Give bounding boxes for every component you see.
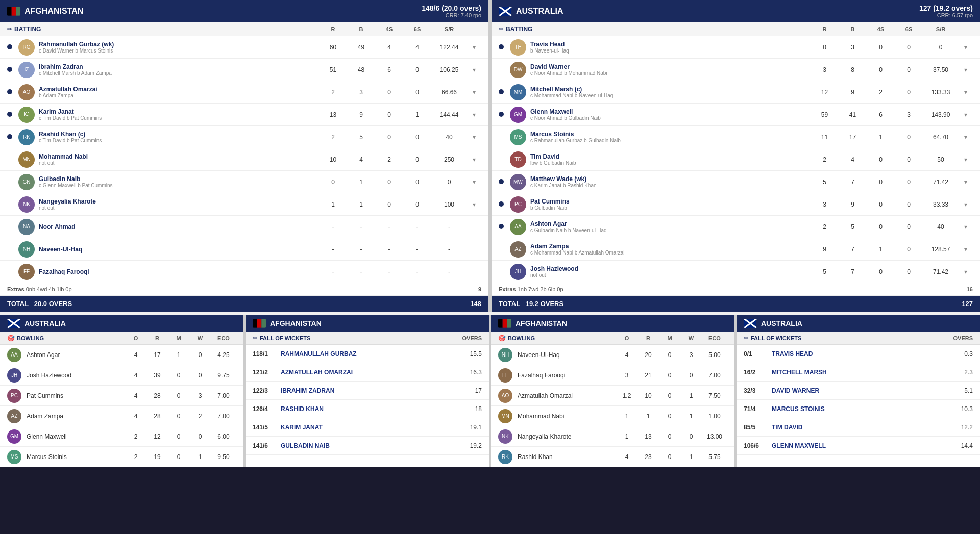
batting-row: AO Azmatullah Omarzai b Adam Zampa 2 3 0… — [0, 81, 488, 104]
svg-rect-14 — [507, 319, 511, 327]
fow-row: 121/2 AZMATULLAH OMARZAI 16.3 — [246, 363, 489, 382]
svg-rect-1 — [12, 7, 16, 15]
stat-r: 60 — [319, 44, 347, 51]
avatar: AA — [510, 219, 526, 235]
avatar: MS — [510, 129, 526, 145]
expand-btn[interactable]: ▾ — [467, 179, 481, 186]
expand-btn[interactable]: ▾ — [467, 156, 481, 163]
svg-rect-2 — [16, 7, 20, 15]
expand-btn[interactable]: ▾ — [467, 89, 481, 96]
expand-btn[interactable]: ▾ — [959, 246, 973, 253]
afg-bowling-panel: AFGHANISTAN 🎯 BOWLING O R M W ECO NH Nav… — [491, 315, 734, 467]
bowling-row: FF Fazalhaq Farooqi 3 21 0 0 7.00 — [491, 365, 734, 386]
avatar: MS — [7, 450, 21, 464]
col-6s-afg: 6S — [403, 26, 431, 32]
avatar: FF — [498, 368, 512, 383]
avatar: MM — [510, 84, 526, 100]
aus-fow-panel: AUSTRALIA ✏ FALL OF WICKETS OVERS 0/1 TR… — [737, 315, 980, 467]
player-dismissal: c Glenn Maxwell b Pat Cummins — [39, 183, 319, 188]
player-dismissal: lbw b Gulbadin Naib — [530, 160, 811, 166]
avatar: MN — [498, 409, 512, 423]
avatar: NA — [18, 219, 35, 235]
stat-6s: 4 — [403, 44, 431, 51]
australia-team-name: AUSTRALIA — [499, 7, 563, 16]
bowling-col-header: 🎯 BOWLING O R M W ECO — [0, 332, 243, 345]
player-name: Matthew Wade (wk) — [530, 175, 811, 183]
batting-row: GM Glenn Maxwell c Noor Ahmad b Gulbadin… — [492, 104, 980, 126]
expand-btn[interactable]: ▾ — [467, 134, 481, 141]
expand-btn[interactable]: ▾ — [959, 268, 973, 275]
batting-row: MS Marcus Stoinis c Rahmanullah Gurbaz b… — [492, 126, 980, 148]
player-name: Fazalhaq Farooqi — [39, 268, 319, 275]
player-name: Noor Ahmad — [39, 223, 319, 231]
batting-row: TH Travis Head b Naveen-ul-Haq 0 3 0 0 0… — [492, 36, 980, 59]
expand-btn[interactable]: ▾ — [467, 111, 481, 118]
afghanistan-flag — [7, 7, 20, 16]
fow-row: 126/4 RASHID KHAN 18 — [246, 400, 489, 418]
avatar: AZ — [510, 241, 526, 258]
fow-row: 32/3 DAVID WARNER 5.1 — [737, 382, 980, 400]
player-dismissal: c Gulbadin Naib b Naveen-ul-Haq — [530, 227, 811, 233]
aus-flag-fow — [744, 319, 757, 328]
batting-row: DW David Warner c Noor Ahmad b Mohammad … — [492, 59, 980, 81]
afghanistan-score: 148/6 (20.0 overs) CRR: 7.40 rpo — [422, 4, 481, 18]
player-dismissal: c Karim Janat b Rashid Khan — [530, 183, 811, 188]
player-name: Travis Head — [530, 41, 811, 48]
expand-btn[interactable]: ▾ — [959, 134, 973, 141]
afg-fow-header: AFGHANISTAN — [246, 315, 489, 332]
expand-btn[interactable]: ▾ — [959, 44, 973, 51]
bowling-row: NK Nangeyalia Kharote 1 13 0 0 13.00 — [491, 426, 734, 447]
avatar: AO — [18, 84, 35, 100]
bowling-row: MN Mohammad Nabi 1 1 0 1 1.00 — [491, 406, 734, 426]
avatar: AO — [498, 389, 512, 403]
svg-rect-9 — [253, 319, 257, 327]
player-name: Karim Janat — [39, 108, 319, 115]
player-info: Rahmanullah Gurbaz (wk) c David Warner b… — [39, 41, 319, 54]
expand-btn[interactable]: ▾ — [959, 111, 973, 118]
avatar: MW — [510, 174, 526, 190]
expand-btn[interactable]: ▾ — [467, 66, 481, 73]
player-name: Tim David — [530, 153, 811, 160]
fow-row: 85/5 TIM DAVID 12.2 — [737, 418, 980, 437]
batting-row: RK Rashid Khan (c) c Tim David b Pat Cum… — [0, 126, 488, 148]
stat-b: 49 — [347, 44, 375, 51]
expand-btn[interactable]: ▾ — [959, 179, 973, 186]
aus-fow-header: AUSTRALIA — [737, 315, 980, 332]
batting-row: RG Rahmanullah Gurbaz (wk) c David Warne… — [0, 36, 488, 59]
australia-score: 127 (19.2 overs) CRR: 6.57 rpo — [919, 4, 973, 18]
avatar: TD — [510, 151, 526, 168]
aus-bowling-panel: AUSTRALIA 🎯 BOWLING O R M W ECO AA Ashto… — [0, 315, 243, 467]
fow-row: 106/6 GLENN MAXWELL 14.4 — [737, 437, 980, 455]
player-name: Nangeyalia Kharote — [39, 198, 319, 205]
player-name: Mitchell Marsh (c) — [530, 86, 811, 93]
expand-btn[interactable]: ▾ — [959, 223, 973, 231]
avatar: NK — [498, 429, 512, 444]
player-name: Rahmanullah Gurbaz (wk) — [39, 41, 319, 48]
fow-row: 0/1 TRAVIS HEAD 0.3 — [737, 345, 980, 363]
fow-col-header: ✏ FALL OF WICKETS OVERS — [246, 332, 489, 345]
player-dismissal: not out — [39, 205, 319, 211]
player-name: Gulbadin Naib — [39, 175, 319, 183]
expand-btn[interactable]: ▾ — [467, 44, 481, 51]
batting-row: AZ Adam Zampa c Mohammad Nabi b Azmatull… — [492, 238, 980, 261]
batting-header-afg: ✏ BATTING R B 4S 6S S/R — [0, 22, 488, 36]
player-name: Glenn Maxwell — [530, 108, 811, 115]
player-dismissal: not out — [39, 160, 319, 166]
fow-row: 16/2 MITCHELL MARSH 2.3 — [737, 363, 980, 382]
expand-btn[interactable]: ▾ — [959, 156, 973, 163]
avatar: RG — [18, 39, 35, 56]
expand-btn[interactable]: ▾ — [467, 201, 481, 208]
player-dismissal: c Noor Ahmad b Gulbadin Naib — [530, 115, 811, 121]
avatar: FF — [18, 264, 35, 280]
player-name: Mohammad Nabi — [39, 153, 319, 160]
avatar: TH — [510, 39, 526, 56]
expand-btn[interactable]: ▾ — [959, 201, 973, 208]
bowling-row: PC Pat Cummins 4 28 0 3 7.00 — [0, 386, 243, 406]
bowling-row: AA Ashton Agar 4 17 1 0 4.25 — [0, 345, 243, 365]
batting-row: NA Noor Ahmad - - - - - — [0, 216, 488, 238]
expand-btn[interactable]: ▾ — [959, 89, 973, 96]
aus-bowling-header: AUSTRALIA — [0, 315, 243, 332]
batting-label-afg: BATTING — [14, 26, 319, 33]
player-name: Ibrahim Zadran — [39, 63, 319, 70]
expand-btn[interactable]: ▾ — [959, 66, 973, 73]
